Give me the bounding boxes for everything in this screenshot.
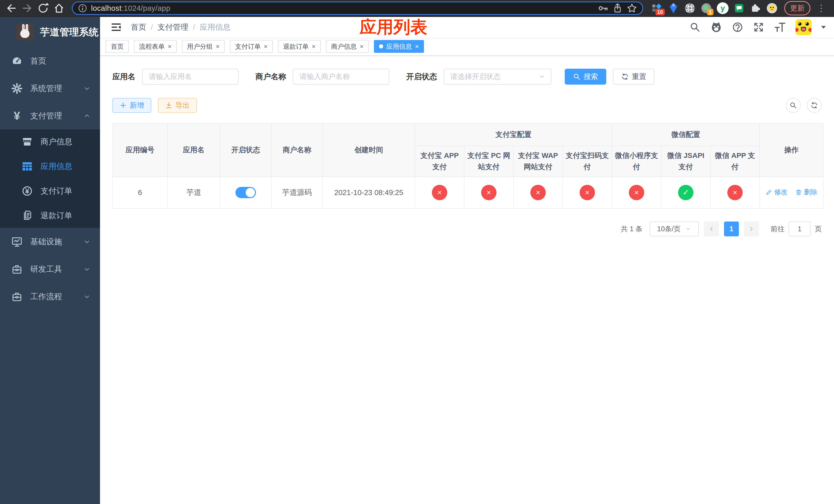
col-group-alipay: 支付宝配置 (415, 123, 612, 146)
close-icon[interactable]: × (264, 43, 267, 50)
col-app-name: 应用名 (168, 123, 220, 177)
tab-merchant-info[interactable]: 商户信息× (326, 40, 369, 53)
browser-update-button[interactable]: 更新 (784, 1, 810, 15)
table-toolbar: 新增 导出 (112, 98, 822, 113)
sidebar-item-system[interactable]: 系统管理 (0, 75, 100, 102)
sidebar-item-home[interactable]: 首页 (0, 47, 100, 75)
goto-page-input[interactable] (789, 222, 811, 236)
dashboard-icon (10, 55, 24, 67)
search-button[interactable]: 搜索 (565, 69, 606, 85)
breadcrumb-payment[interactable]: 支付管理 (157, 22, 188, 32)
prev-page-button[interactable] (704, 222, 719, 236)
status-toggle[interactable] (236, 187, 256, 198)
col-created: 创建时间 (323, 123, 415, 177)
browser-menu-icon[interactable]: ⋮ (814, 3, 828, 14)
col-wechat-app: 微信 APP 支付 (710, 146, 760, 177)
gear-icon (10, 83, 24, 94)
status-dot-extension-icon[interactable]: 1 (700, 2, 712, 14)
page-number-1[interactable]: 1 (724, 222, 739, 236)
cell-wechat-app: × (710, 177, 760, 208)
status-select[interactable]: 请选择开启状态 (444, 69, 551, 85)
cell-wechat-jsapi: ✓ (661, 177, 710, 208)
cell-alipay-qr: × (563, 177, 612, 208)
export-button[interactable]: 导出 (158, 98, 197, 113)
total-count: 共 1 条 (621, 224, 642, 233)
app-title: 芋道管理系统 (40, 26, 98, 39)
close-icon[interactable]: × (312, 43, 316, 50)
extensions-puzzle-icon[interactable] (749, 2, 762, 14)
next-page-button[interactable] (744, 222, 759, 236)
status-cross-icon: × (579, 185, 595, 200)
merchant-name-input[interactable] (293, 69, 389, 85)
bookmark-star-icon[interactable] (627, 3, 637, 14)
edit-pen-icon (766, 189, 772, 196)
chevron-up-icon (83, 112, 91, 120)
browser-back-button[interactable] (5, 2, 18, 15)
reset-button[interactable]: 重置 (613, 69, 655, 85)
tab-home[interactable]: 首页 (106, 40, 129, 53)
sidebar-item-pay-order[interactable]: 支付订单 (0, 179, 100, 203)
tab-app-info[interactable]: 应用信息× (374, 40, 424, 53)
sidebar-item-infrastructure[interactable]: 基础设施 (0, 228, 100, 255)
navbar-actions (689, 19, 826, 35)
add-button[interactable]: 新增 (112, 98, 151, 113)
sidebar-item-payment[interactable]: ¥ 支付管理 (0, 102, 100, 130)
breadcrumb-home[interactable]: 首页 (131, 22, 146, 32)
page-unit-label: 页 (815, 224, 822, 233)
font-size-icon[interactable] (774, 21, 786, 33)
tab-refund-order[interactable]: 退款订单× (278, 40, 321, 53)
browser-reload-button[interactable] (37, 2, 50, 15)
y-logo-extension-icon[interactable]: y (717, 2, 729, 14)
active-tab-dot (379, 44, 383, 48)
col-merchant: 商户名称 (271, 123, 323, 177)
sidebar-collapse-icon[interactable] (108, 20, 124, 34)
avatar-caret-icon[interactable] (821, 26, 826, 29)
fullscreen-icon[interactable] (753, 22, 764, 33)
breadcrumb: 首页 / 支付管理 / 应用信息 (131, 22, 231, 32)
chat-extension-icon[interactable] (733, 2, 745, 14)
search-icon[interactable] (689, 22, 701, 33)
cell-wechat-lite: × (612, 177, 661, 208)
address-bar[interactable]: localhost:1024/pay/app (72, 2, 643, 15)
yen-circle-icon (21, 185, 34, 197)
github-icon[interactable] (710, 21, 722, 33)
cell-alipay-pc: × (464, 177, 513, 208)
close-icon[interactable]: × (216, 43, 220, 50)
delete-link[interactable]: 删除 (795, 188, 817, 197)
tab-pay-order[interactable]: 支付订单× (230, 40, 272, 53)
show-search-toggle-button[interactable] (786, 98, 801, 113)
app-name-input[interactable] (142, 69, 239, 85)
browser-home-button[interactable] (52, 2, 66, 15)
top-navbar: 首页 / 支付管理 / 应用信息 应用列表 (100, 17, 834, 38)
close-icon[interactable]: × (415, 43, 419, 50)
sidebar-item-workflow[interactable]: 工作流程 (0, 283, 100, 310)
close-icon[interactable]: × (168, 43, 172, 50)
close-icon[interactable]: × (360, 43, 364, 50)
user-avatar[interactable] (795, 19, 811, 35)
tab-process-form[interactable]: 流程表单× (134, 40, 177, 53)
sidebar-item-dev-tools[interactable]: 研发工具 (0, 255, 100, 283)
browser-forward-button[interactable] (21, 2, 34, 15)
browser-profile-avatar[interactable] (766, 2, 778, 14)
command-extension-icon[interactable] (684, 2, 696, 14)
pinned-extension-icon[interactable]: 10 (651, 2, 663, 14)
app-logo-row[interactable]: 芋道管理系统 (0, 17, 100, 47)
breadcrumb-current: 应用信息 (200, 22, 231, 32)
plus-icon (119, 102, 127, 109)
balloon-extension-icon[interactable] (667, 2, 680, 14)
edit-link[interactable]: 修改 (766, 188, 788, 197)
page-size-select[interactable]: 10条/页 (650, 222, 699, 236)
sidebar: 芋道管理系统 首页 系统管理 ¥ 支付管理 (0, 17, 100, 504)
store-icon (21, 136, 34, 147)
password-key-icon[interactable] (598, 3, 609, 14)
sidebar-item-refund-order[interactable]: 退款订单 (0, 203, 100, 228)
sidebar-item-app-info[interactable]: 应用信息 (0, 154, 100, 179)
yen-icon: ¥ (10, 110, 24, 121)
tab-user-group[interactable]: 用户分组× (182, 40, 225, 53)
sidebar-item-merchant-info[interactable]: 商户信息 (0, 130, 100, 154)
help-icon[interactable] (732, 22, 743, 33)
share-icon[interactable] (612, 3, 623, 14)
site-info-icon[interactable] (78, 3, 87, 13)
refresh-table-button[interactable] (807, 98, 822, 113)
app-logo (16, 24, 33, 41)
